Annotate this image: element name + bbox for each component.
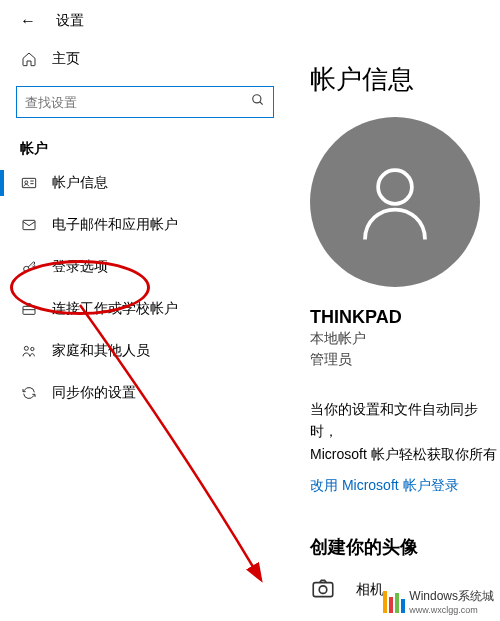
sidebar-section-title: 帐户: [0, 134, 290, 162]
svg-line-1: [260, 102, 263, 105]
sync-icon: [20, 384, 38, 402]
sidebar-home[interactable]: 主页: [0, 42, 290, 76]
svg-point-3: [25, 181, 28, 184]
main-title: 帐户信息: [310, 62, 500, 97]
page-title: 设置: [56, 12, 84, 30]
mail-icon: [20, 216, 38, 234]
svg-point-12: [378, 170, 412, 204]
sidebar-label-email: 电子邮件和应用帐户: [52, 216, 178, 234]
sidebar-label-sync: 同步你的设置: [52, 384, 136, 402]
watermark-url: www.wxclgg.com: [409, 605, 494, 615]
search-icon: [251, 93, 265, 111]
back-button[interactable]: ←: [20, 12, 36, 30]
camera-icon: [310, 575, 340, 605]
username: THINKPAD: [310, 307, 500, 328]
watermark: Windows系统城 www.wxclgg.com: [383, 588, 494, 615]
briefcase-icon: [20, 300, 38, 318]
sync-description-line2: Microsoft 帐户轻松获取你所有: [310, 443, 500, 465]
search-box[interactable]: [16, 86, 274, 118]
sidebar-item-family[interactable]: 家庭和其他人员: [0, 330, 290, 372]
sidebar-item-sync[interactable]: 同步你的设置: [0, 372, 290, 414]
svg-point-10: [24, 346, 28, 350]
svg-point-14: [319, 586, 327, 594]
sidebar-label-signin: 登录选项: [52, 258, 108, 276]
sidebar-label-family: 家庭和其他人员: [52, 342, 150, 360]
create-avatar-title: 创建你的头像: [310, 535, 500, 559]
camera-label: 相机: [356, 581, 384, 599]
sidebar-item-email[interactable]: 电子邮件和应用帐户: [0, 204, 290, 246]
search-input[interactable]: [25, 95, 251, 110]
key-icon: [20, 258, 38, 276]
sidebar-item-account-info[interactable]: 帐户信息: [0, 162, 290, 204]
watermark-logo: [383, 591, 405, 613]
account-type: 本地帐户: [310, 328, 500, 349]
svg-point-7: [24, 266, 29, 271]
svg-rect-6: [23, 220, 35, 229]
svg-point-11: [31, 347, 34, 350]
svg-rect-8: [23, 306, 35, 314]
home-label: 主页: [52, 50, 80, 68]
sidebar-item-work-school[interactable]: 连接工作或学校帐户: [0, 288, 290, 330]
sync-description-line1: 当你的设置和文件自动同步时，: [310, 398, 500, 443]
people-icon: [20, 342, 38, 360]
watermark-text: Windows系统城: [409, 588, 494, 605]
home-icon: [20, 50, 38, 68]
user-avatar: [310, 117, 480, 287]
sidebar-label-work-school: 连接工作或学校帐户: [52, 300, 178, 318]
sidebar-label-account-info: 帐户信息: [52, 174, 108, 192]
switch-to-microsoft-link[interactable]: 改用 Microsoft 帐户登录: [310, 477, 500, 495]
sidebar-item-signin-options[interactable]: 登录选项: [0, 246, 290, 288]
id-card-icon: [20, 174, 38, 192]
account-role: 管理员: [310, 349, 500, 370]
svg-rect-13: [313, 583, 333, 597]
svg-point-0: [253, 95, 261, 103]
